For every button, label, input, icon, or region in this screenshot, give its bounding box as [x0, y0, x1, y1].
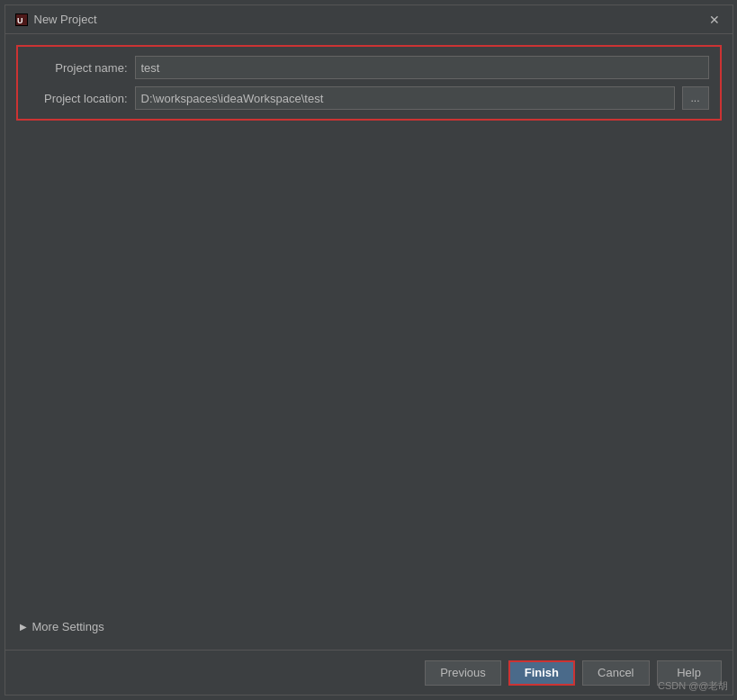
svg-text:U: U: [17, 16, 23, 25]
project-location-input[interactable]: [135, 86, 675, 110]
intellij-icon: U: [14, 13, 29, 27]
cancel-button[interactable]: Cancel: [582, 660, 649, 686]
previous-button[interactable]: Previous: [425, 660, 501, 686]
project-name-row: Project name:: [29, 56, 709, 79]
watermark: CSDN @@老胡: [658, 679, 729, 693]
finish-button[interactable]: Finish: [508, 660, 575, 686]
title-bar-left: U New Project: [14, 13, 97, 27]
browse-button[interactable]: ...: [682, 86, 709, 110]
more-settings[interactable]: ▶ More Settings: [16, 615, 722, 639]
dialog-content: Project name: Project location: ... ▶ Mo…: [5, 34, 733, 650]
close-button[interactable]: ✕: [706, 11, 724, 29]
project-location-row: Project location: ...: [29, 86, 709, 110]
title-bar: U New Project ✕: [5, 5, 733, 34]
project-location-label: Project location:: [29, 92, 128, 105]
new-project-dialog: U New Project ✕ Project name: Project lo…: [4, 4, 733, 696]
form-section: Project name: Project location: ...: [16, 45, 722, 121]
project-name-input[interactable]: [135, 56, 709, 79]
project-name-label: Project name:: [29, 61, 128, 75]
more-settings-label: More Settings: [32, 620, 104, 633]
content-spacer: [16, 121, 722, 615]
dialog-title: New Project: [34, 13, 97, 26]
bottom-bar: Previous Finish Cancel Help: [5, 650, 733, 695]
expand-icon: ▶: [20, 622, 27, 632]
